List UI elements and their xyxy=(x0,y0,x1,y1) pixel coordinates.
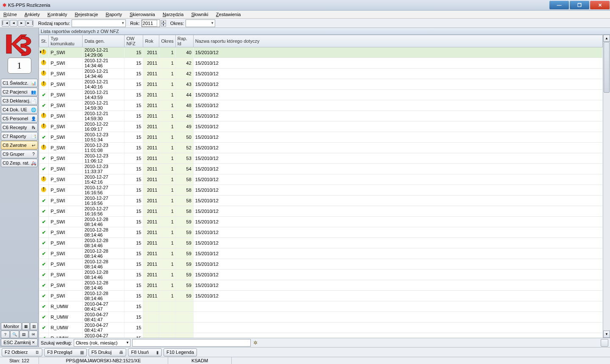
table-row[interactable]: P_SWI2010-12-21 14:59:3015201114815/2010… xyxy=(39,111,603,121)
f3-przeglad-button[interactable]: F3 Przegląd▦ xyxy=(44,348,86,356)
col-c-data[interactable]: Data gen. xyxy=(83,35,125,47)
table-row[interactable]: P_SWI2010-12-23 11:01:0815201115215/2010… xyxy=(39,143,603,153)
sidebar-c2-pacjenci[interactable]: C2 Pacjenci👥 xyxy=(1,88,38,96)
sidebar-c9-gruper[interactable]: C9 Gruper? xyxy=(1,150,38,158)
titlebar: ✱ KS-PPS Rozliczenia — ❐ ✕ xyxy=(0,0,610,11)
table-row[interactable]: ✔P_SWI2010-12-23 11:33:3715201115415/201… xyxy=(39,164,603,174)
search-mode-combo[interactable]: Okres (rok, miesiąc)▼ xyxy=(74,339,130,347)
nav-last[interactable]: ►▕ xyxy=(26,20,33,27)
tool-icon[interactable]: ▤ xyxy=(19,331,28,338)
sidebar: 1 C1 Świadcz.📊C2 Pacjenci👥C3 Deklaracj.📄… xyxy=(0,28,39,347)
warning-icon xyxy=(41,187,46,192)
scroll-up[interactable]: ▲ xyxy=(603,35,610,42)
table-row[interactable]: ✔R_UMW2010-04-27 08:41:4715 xyxy=(39,301,603,312)
sidebar-c6-recepty[interactable]: C6 Recepty℞ xyxy=(1,123,38,132)
menu-raporty[interactable]: Raporty xyxy=(105,12,122,17)
menu-zestawienia[interactable]: Zestawienia xyxy=(216,12,241,17)
sidebar-c7-raporty[interactable]: C7 Raporty📑 xyxy=(1,132,38,141)
close-button[interactable]: ✕ xyxy=(590,1,610,9)
search-icon[interactable]: 🔍 xyxy=(10,331,19,338)
esc-close-button[interactable]: ESC Zamknij ✕ xyxy=(1,339,38,346)
table-row[interactable]: ✔P_SWI2010-12-21 14:43:5915201114415/201… xyxy=(39,90,603,100)
table-row[interactable]: ✔P_SWI2010-12-21 14:59:3015201114815/201… xyxy=(39,100,603,111)
menu-skierowania[interactable]: Skierowania xyxy=(130,12,155,17)
maximize-button[interactable]: ❐ xyxy=(570,1,589,9)
scroll-down[interactable]: ▼ xyxy=(603,331,610,338)
okres-combo[interactable]: ▼ xyxy=(186,19,215,27)
table-row[interactable]: ✔P_SWI2010-12-23 11:06:1215201115315/201… xyxy=(39,153,603,164)
scroll-thumb[interactable] xyxy=(604,42,610,93)
f2-odbierz-button[interactable]: F2 Odbierz🗎 xyxy=(2,348,42,356)
table-row[interactable]: ✔P_SWI2010-12-28 08:14:4615201115915/201… xyxy=(39,259,603,270)
nav-first[interactable]: ▏◄ xyxy=(2,20,9,27)
table-row[interactable]: ✔P_SWI2010-12-28 08:14:4615201115915/201… xyxy=(39,227,603,238)
table-row[interactable]: ✔P_SWI2010-12-27 16:16:5615201115815/201… xyxy=(39,196,603,206)
sidebar-c1-wiadcz-[interactable]: C1 Świadcz.📊 xyxy=(1,79,38,87)
nav-next[interactable]: ► xyxy=(18,20,25,27)
reports-grid[interactable]: St.Typ komunikatuData gen.OW NFZRokOkres… xyxy=(39,35,603,338)
menu-ankiety[interactable]: Ankiety xyxy=(25,12,40,17)
table-row[interactable]: P_SWI2010-12-21 14:40:1615201114315/2010… xyxy=(39,79,603,90)
search-right-button[interactable] xyxy=(601,339,608,347)
table-row[interactable]: ✔P_SWI2010-12-28 08:14:4615201115915/201… xyxy=(39,217,603,227)
col-c-typ[interactable]: Typ komunikatu xyxy=(49,35,83,47)
table-row[interactable]: ✔R_UMW2010-04-27 08:41:4715 xyxy=(39,333,603,338)
col-c-rok[interactable]: Rok xyxy=(143,35,159,47)
table-row[interactable]: ▶P_SWI2010-12-21 14:29:0615201114015/201… xyxy=(39,47,603,58)
table-row[interactable]: ✔P_SWI2010-12-28 08:14:4615201115915/201… xyxy=(39,238,603,248)
list-title: Lista raportów odebranych z OW NFZ xyxy=(39,28,610,35)
help-icon[interactable]: ? xyxy=(1,331,10,338)
sidebar-c8-zwrotne[interactable]: C8 Zwrotne↩ xyxy=(1,141,38,149)
menu-słowniki[interactable]: Słowniki xyxy=(191,12,208,17)
table-row[interactable]: ✔P_SWI2010-12-23 10:51:3415201115015/201… xyxy=(39,132,603,143)
sidebar-c4-dok-ue[interactable]: C4 Dok. UE🌐 xyxy=(1,105,38,114)
module-number: 1 xyxy=(8,58,31,74)
sidebar-icon: 📊 xyxy=(31,80,36,85)
menu-narzędzia[interactable]: Narzędzia xyxy=(163,12,184,17)
rodzaj-combo[interactable]: ▼ xyxy=(72,19,126,27)
menu-rejestracje[interactable]: Rejestracje xyxy=(75,12,98,17)
search-input[interactable] xyxy=(132,339,251,347)
table-row[interactable]: ✔P_SWI2010-12-27 16:16:5615201115815/201… xyxy=(39,206,603,217)
nav-prev[interactable]: ◄ xyxy=(10,20,17,27)
col-c-ow[interactable]: OW NFZ xyxy=(125,35,143,47)
col-c-rapid[interactable]: Rap. Id xyxy=(175,35,193,47)
check-icon: ✔ xyxy=(42,304,46,309)
f5-drukuj-button[interactable]: F5 Drukuj🖶 xyxy=(89,348,127,356)
sidebar-icon: 📄 xyxy=(31,98,36,103)
table-row[interactable]: ✔P_SWI2010-12-28 08:14:4615201115915/201… xyxy=(39,270,603,280)
mail-icon[interactable]: ✉ xyxy=(29,331,38,338)
minimize-button[interactable]: — xyxy=(549,1,569,9)
warning-icon xyxy=(41,60,46,65)
monitor-button[interactable]: Monitor xyxy=(1,323,22,330)
table-row[interactable]: P_SWI2010-12-27 16:16:5615201115815/2010… xyxy=(39,185,603,196)
status-stan: Stan: 122 xyxy=(0,357,39,364)
vertical-scrollbar[interactable]: ▲ ▼ xyxy=(603,35,610,338)
sidebar-c3-deklaracj-[interactable]: C3 Deklaracj.📄 xyxy=(1,97,38,105)
table-row[interactable]: ✔R_UMW2010-04-27 08:41:4715 xyxy=(39,323,603,333)
table-row[interactable]: ✔P_SWI2010-12-28 08:14:4615201115915/201… xyxy=(39,291,603,301)
sidebar-c5-personel[interactable]: C5 Personel👤 xyxy=(1,114,38,123)
f8-usun-button[interactable]: F8 Usuń▮ xyxy=(128,348,162,356)
table-row[interactable]: ✔P_SWI2010-12-28 08:14:4615201115915/201… xyxy=(39,280,603,291)
table-row[interactable]: ✔P_SWI2010-12-28 08:14:4615201115915/201… xyxy=(39,248,603,259)
warning-icon xyxy=(41,124,46,129)
monitor-icon-1[interactable]: ▦ xyxy=(22,323,30,330)
menu-kontrakty[interactable]: Kontrakty xyxy=(47,12,67,17)
table-row[interactable]: ✔R_UMW2010-04-27 08:41:4715 xyxy=(39,312,603,323)
rok-spinner[interactable]: ▲▼ xyxy=(161,20,166,27)
col-c-okres[interactable]: Okres xyxy=(159,35,175,47)
monitor-icon-2[interactable]: ▥ xyxy=(30,323,38,330)
f10-legenda-button[interactable]: F10 Legenda xyxy=(164,348,197,356)
menu-różne[interactable]: Różne xyxy=(3,12,17,17)
col-c-st[interactable]: St. xyxy=(39,35,49,47)
col-c-nazwa[interactable]: Nazwa raportu którego dotyczy xyxy=(193,35,602,47)
table-row[interactable]: P_SWI2010-12-21 14:34:4615201114215/2010… xyxy=(39,69,603,79)
table-row[interactable]: P_SWI2010-12-27 15:42:1615201115815/2010… xyxy=(39,174,603,185)
sidebar-c0-zesp-rat-[interactable]: C0 Zesp. rat.🚑 xyxy=(1,159,38,167)
gear-icon[interactable]: ✲ xyxy=(253,340,258,346)
table-row[interactable]: P_SWI2010-12-21 14:34:4615201114215/2010… xyxy=(39,58,603,69)
rok-input[interactable]: 2011 xyxy=(141,19,160,27)
check-icon: ✔ xyxy=(42,230,46,235)
table-row[interactable]: P_SWI2010-12-22 16:09:1715201114915/2010… xyxy=(39,121,603,132)
